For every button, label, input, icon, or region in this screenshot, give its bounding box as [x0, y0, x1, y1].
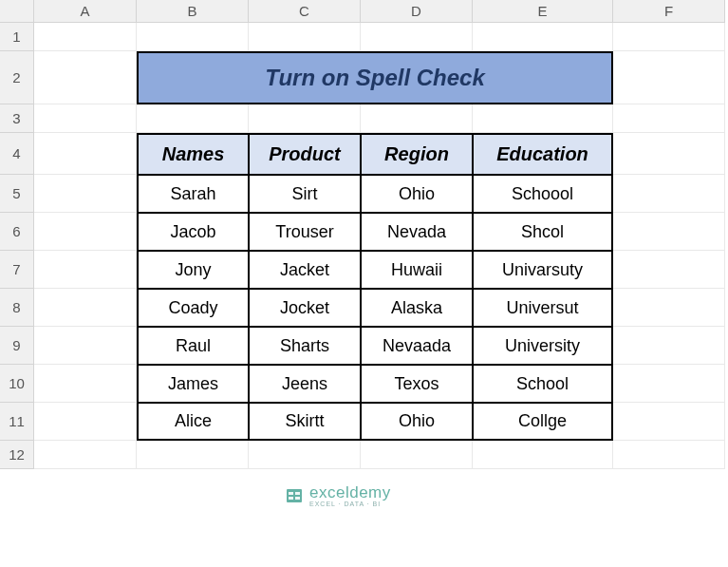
cell-F10[interactable] [613, 365, 725, 403]
cell-A11[interactable] [34, 403, 137, 441]
table-row[interactable]: Jony [137, 251, 249, 289]
cell-A4[interactable] [34, 133, 137, 175]
table-row[interactable]: Collge [473, 403, 613, 441]
cell-A7[interactable] [34, 251, 137, 289]
table-row[interactable]: Jeens [249, 365, 361, 403]
cell-B3[interactable] [137, 104, 249, 133]
table-row[interactable]: Trouser [249, 213, 361, 251]
table-row[interactable]: Shcol [473, 213, 613, 251]
spreadsheet-grid: A B C D E F 1 2 Turn on Spell Check 3 [0, 0, 725, 469]
cell-F6[interactable] [613, 213, 725, 251]
svg-rect-0 [287, 489, 302, 502]
row-header-9[interactable]: 9 [0, 327, 34, 365]
cell-E3[interactable] [473, 104, 613, 133]
table-row[interactable]: Sharts [249, 327, 361, 365]
row-header-7[interactable]: 7 [0, 251, 34, 289]
table-row[interactable]: Jocket [249, 289, 361, 327]
select-all-corner[interactable] [0, 0, 34, 23]
cell-B1[interactable] [137, 23, 249, 51]
header-education[interactable]: Education [473, 133, 613, 175]
table-row[interactable]: Univarsuty [473, 251, 613, 289]
cell-A6[interactable] [34, 213, 137, 251]
watermark-text: exceldemy [309, 484, 391, 501]
cell-E1[interactable] [473, 23, 613, 51]
table-row[interactable]: University [473, 327, 613, 365]
table-row[interactable]: Texos [361, 365, 473, 403]
exceldemy-logo-icon [285, 486, 304, 505]
cell-F4[interactable] [613, 133, 725, 175]
cell-B12[interactable] [137, 441, 249, 469]
cell-F2[interactable] [613, 51, 725, 104]
cell-A5[interactable] [34, 175, 137, 213]
table-row[interactable]: Jacket [249, 251, 361, 289]
cell-A9[interactable] [34, 327, 137, 365]
row-header-11[interactable]: 11 [0, 403, 34, 441]
table-row[interactable]: Ohio [361, 403, 473, 441]
cell-C1[interactable] [249, 23, 361, 51]
table-row[interactable]: Schoool [473, 175, 613, 213]
cell-F12[interactable] [613, 441, 725, 469]
col-header-B[interactable]: B [137, 0, 249, 23]
svg-rect-3 [289, 497, 293, 500]
table-row[interactable]: Universut [473, 289, 613, 327]
table-row[interactable]: Skirtt [249, 403, 361, 441]
watermark: exceldemy EXCEL · DATA · BI [285, 484, 391, 507]
table-row[interactable]: Raul [137, 327, 249, 365]
col-header-E[interactable]: E [473, 0, 613, 23]
row-header-5[interactable]: 5 [0, 175, 34, 213]
column-headers: A B C D E F [0, 0, 725, 23]
cell-A3[interactable] [34, 104, 137, 133]
svg-rect-1 [289, 492, 293, 495]
table-row[interactable]: James [137, 365, 249, 403]
row-header-4[interactable]: 4 [0, 133, 34, 175]
table-row[interactable]: Alice [137, 403, 249, 441]
cell-A12[interactable] [34, 441, 137, 469]
col-header-C[interactable]: C [249, 0, 361, 23]
col-header-A[interactable]: A [34, 0, 137, 23]
table-row[interactable]: Alaska [361, 289, 473, 327]
col-header-F[interactable]: F [613, 0, 725, 23]
header-names[interactable]: Names [137, 133, 249, 175]
cell-F9[interactable] [613, 327, 725, 365]
table-row[interactable]: Jacob [137, 213, 249, 251]
cell-E12[interactable] [473, 441, 613, 469]
svg-rect-4 [295, 497, 300, 500]
table-row[interactable]: Huwaii [361, 251, 473, 289]
cell-A8[interactable] [34, 289, 137, 327]
table-row[interactable]: Sirt [249, 175, 361, 213]
table-row[interactable]: Nevada [361, 213, 473, 251]
row-header-6[interactable]: 6 [0, 213, 34, 251]
cell-C12[interactable] [249, 441, 361, 469]
col-header-D[interactable]: D [361, 0, 473, 23]
cell-D3[interactable] [361, 104, 473, 133]
row-header-2[interactable]: 2 [0, 51, 34, 104]
svg-rect-2 [295, 492, 300, 495]
table-row[interactable]: Sarah [137, 175, 249, 213]
cell-D12[interactable] [361, 441, 473, 469]
cell-C3[interactable] [249, 104, 361, 133]
title-cell[interactable]: Turn on Spell Check [137, 51, 613, 104]
cell-F3[interactable] [613, 104, 725, 133]
cell-F5[interactable] [613, 175, 725, 213]
cell-F11[interactable] [613, 403, 725, 441]
watermark-subtext: EXCEL · DATA · BI [309, 501, 391, 507]
row-header-3[interactable]: 3 [0, 104, 34, 133]
table-row[interactable]: School [473, 365, 613, 403]
cell-A2[interactable] [34, 51, 137, 104]
cell-D1[interactable] [361, 23, 473, 51]
cell-F7[interactable] [613, 251, 725, 289]
cell-A1[interactable] [34, 23, 137, 51]
row-header-1[interactable]: 1 [0, 23, 34, 51]
row-header-12[interactable]: 12 [0, 441, 34, 469]
header-product[interactable]: Product [249, 133, 361, 175]
header-region[interactable]: Region [361, 133, 473, 175]
table-row[interactable]: Ohio [361, 175, 473, 213]
cell-A10[interactable] [34, 365, 137, 403]
table-row[interactable]: Nevaada [361, 327, 473, 365]
table-row[interactable]: Coady [137, 289, 249, 327]
cell-F8[interactable] [613, 289, 725, 327]
row-header-10[interactable]: 10 [0, 365, 34, 403]
row-header-8[interactable]: 8 [0, 289, 34, 327]
cell-F1[interactable] [613, 23, 725, 51]
